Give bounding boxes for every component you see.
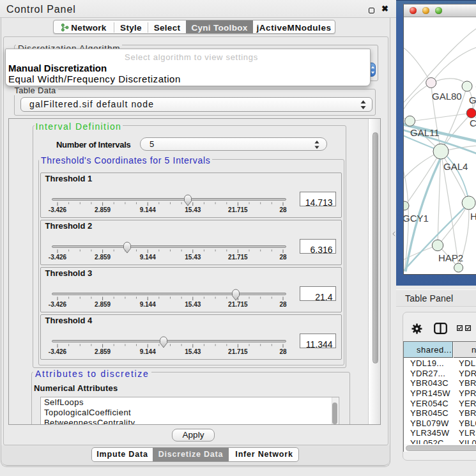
- svg-text:GCY1: GCY1: [404, 213, 429, 224]
- svg-text:GAL11: GAL11: [410, 127, 440, 138]
- svg-text:GAL80: GAL80: [432, 91, 462, 102]
- svg-text:GA: GA: [469, 95, 476, 105]
- svg-text:HI: HI: [470, 211, 476, 222]
- svg-text:GAL4: GAL4: [443, 161, 468, 172]
- svg-text:CY: CY: [470, 118, 476, 128]
- svg-text:HAP2: HAP2: [438, 252, 463, 263]
